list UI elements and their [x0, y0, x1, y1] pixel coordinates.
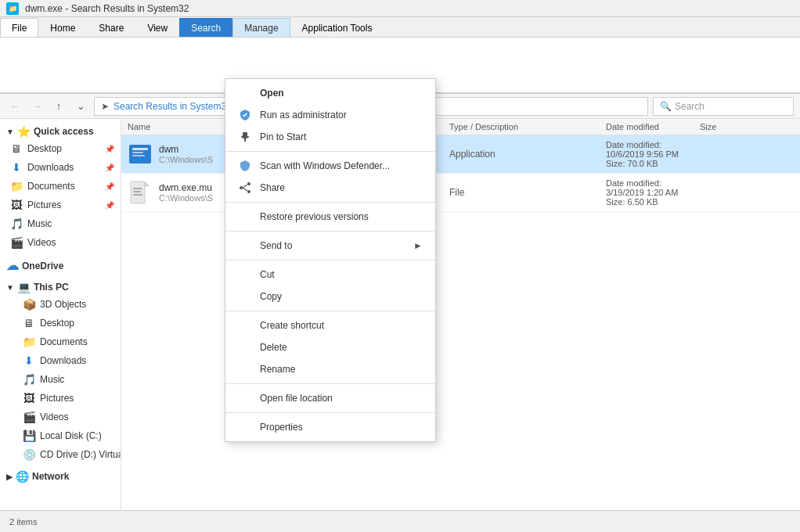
sidebar-item-desktop2[interactable]: Desktop	[0, 314, 121, 332]
rename-icon	[238, 362, 252, 376]
ctx-item-rename[interactable]: Rename	[225, 358, 435, 380]
table-row[interactable]: dwm.exe.mu C:\Windows\S File Date modifi…	[121, 174, 800, 212]
ctx-item-share[interactable]: Share	[225, 177, 435, 199]
ctx-item-scan-defender[interactable]: Scan with Windows Defender...	[225, 155, 435, 177]
ctx-label-properties: Properties	[260, 422, 303, 433]
nav-forward-button[interactable]: →	[28, 98, 45, 115]
sidebar-item-3dobjects[interactable]: 3D Objects	[0, 295, 121, 314]
nav-recent-button[interactable]: ⌄	[72, 98, 89, 115]
ctx-separator-3	[225, 231, 435, 232]
localdisk-icon	[22, 429, 36, 443]
ctx-item-properties[interactable]: Properties	[225, 416, 435, 438]
svg-point-13	[247, 190, 250, 193]
quick-access-icon	[17, 125, 31, 138]
ctx-label-share: Share	[260, 182, 285, 193]
sidebar-label-documents: Documents	[27, 181, 75, 192]
sidebar-label-desktop2: Desktop	[40, 318, 74, 329]
sidebar-item-documents[interactable]: Documents 📌	[0, 177, 121, 196]
ctx-item-create-shortcut[interactable]: Create shortcut	[225, 315, 435, 336]
ctx-item-send-to[interactable]: Send to ►	[225, 235, 435, 257]
sidebar-item-pictures[interactable]: Pictures 📌	[0, 196, 121, 214]
file-icon-dwm-mu	[128, 180, 153, 205]
ctx-label-create-shortcut: Create shortcut	[260, 320, 324, 331]
context-menu: Open Run as administrator Pin to Start S…	[225, 78, 436, 442]
file-type-2: File	[449, 187, 606, 198]
pin-downloads: 📌	[105, 164, 114, 172]
ctx-item-open-file-location[interactable]: Open file location	[225, 387, 435, 409]
ctx-separator-4	[225, 260, 435, 261]
file-name-main-2: dwm.exe.mu	[159, 182, 213, 193]
sidebar-item-music2[interactable]: Music	[0, 370, 121, 389]
sidebar-item-desktop[interactable]: Desktop 📌	[0, 139, 121, 158]
file-list: Name Type / Description Date modified Si…	[121, 119, 800, 510]
videos2-icon	[22, 410, 36, 424]
ctx-label-restore-versions: Restore previous versions	[260, 211, 369, 222]
nav-up-button[interactable]: ↑	[50, 98, 67, 115]
tab-share[interactable]: Share	[87, 18, 135, 37]
file-name-info-2: dwm.exe.mu C:\Windows\S	[159, 182, 213, 203]
col-header-type: Type / Description	[449, 122, 606, 131]
ctx-item-cut[interactable]: Cut	[225, 264, 435, 286]
pin-documents: 📌	[105, 182, 114, 191]
ctx-item-run-admin[interactable]: Run as administrator	[225, 104, 435, 126]
table-row[interactable]: dwm C:\Windows\S Application Date modifi…	[121, 135, 800, 174]
app-icon: 📁	[6, 2, 19, 15]
file-name-path-2: C:\Windows\S	[159, 193, 213, 203]
tab-application-tools[interactable]: Application Tools	[290, 18, 384, 37]
pictures2-icon	[22, 391, 36, 405]
music-icon	[9, 217, 23, 231]
search-box[interactable]: 🔍 Search	[653, 97, 794, 116]
file-location-icon	[238, 391, 252, 405]
ctx-item-open[interactable]: Open	[225, 82, 435, 104]
sidebar-item-videos[interactable]: Videos	[0, 233, 121, 252]
svg-marker-5	[145, 182, 150, 186]
sidebar-item-cddrive[interactable]: CD Drive (D:) Virtua	[0, 445, 121, 464]
ctx-item-copy[interactable]: Copy	[225, 286, 435, 307]
tab-search[interactable]: Search	[179, 18, 232, 37]
col-header-date: Date modified	[606, 122, 700, 131]
sidebar-section-network[interactable]: ▶ Network	[0, 467, 121, 484]
svg-rect-11	[241, 136, 249, 138]
sidebar-item-localdisk[interactable]: Local Disk (C:)	[0, 426, 121, 445]
thispc-icon	[17, 281, 31, 293]
nav-back-button[interactable]: ←	[6, 98, 23, 115]
share-icon	[238, 181, 252, 195]
onedrive-icon	[6, 258, 19, 273]
sidebar-item-downloads[interactable]: Downloads 📌	[0, 158, 121, 177]
tab-home[interactable]: Home	[38, 18, 87, 37]
sidebar-item-music[interactable]: Music	[0, 214, 121, 233]
sidebar-section-onedrive[interactable]: OneDrive	[0, 255, 121, 275]
address-segment-search: Search Results in System32	[114, 101, 232, 112]
ctx-item-delete[interactable]: Delete	[225, 336, 435, 358]
ctx-item-restore-versions[interactable]: Restore previous versions	[225, 206, 435, 228]
sidebar-section-quick-access[interactable]: ▼ Quick access	[0, 122, 121, 139]
search-placeholder: Search	[675, 101, 705, 112]
network-label: Network	[32, 471, 69, 482]
tab-manage[interactable]: Manage	[232, 18, 290, 37]
sidebar-item-videos2[interactable]: Videos	[0, 408, 121, 426]
svg-rect-8	[133, 194, 142, 196]
svg-rect-7	[133, 191, 141, 192]
pin-desktop: 📌	[105, 145, 114, 153]
sidebar-label-videos2: Videos	[40, 412, 68, 422]
sidebar-item-documents2[interactable]: Documents	[0, 332, 121, 351]
svg-rect-10	[244, 138, 246, 142]
open-icon	[238, 86, 252, 100]
documents-icon	[9, 179, 23, 193]
sidebar-item-pictures2[interactable]: Pictures	[0, 389, 121, 408]
svg-rect-1	[132, 148, 148, 150]
network-icon	[16, 470, 29, 483]
tab-view[interactable]: View	[135, 18, 179, 37]
title-bar-text: dwm.exe - Search Results in System32	[25, 3, 189, 14]
svg-point-14	[240, 186, 243, 189]
network-chevron: ▶	[6, 473, 13, 481]
file-icon-dwm	[128, 142, 153, 167]
sidebar-item-downloads2[interactable]: Downloads	[0, 351, 121, 370]
file-name-path-1: C:\Windows\S	[159, 155, 213, 164]
quick-access-label: Quick access	[34, 126, 94, 137]
sidebar-label-videos: Videos	[27, 237, 56, 248]
ctx-label-open-file-location: Open file location	[260, 393, 333, 404]
tab-file[interactable]: File	[0, 18, 38, 37]
ctx-item-pin-start[interactable]: Pin to Start	[225, 126, 435, 148]
sidebar-section-thispc[interactable]: ▼ This PC	[0, 278, 121, 295]
